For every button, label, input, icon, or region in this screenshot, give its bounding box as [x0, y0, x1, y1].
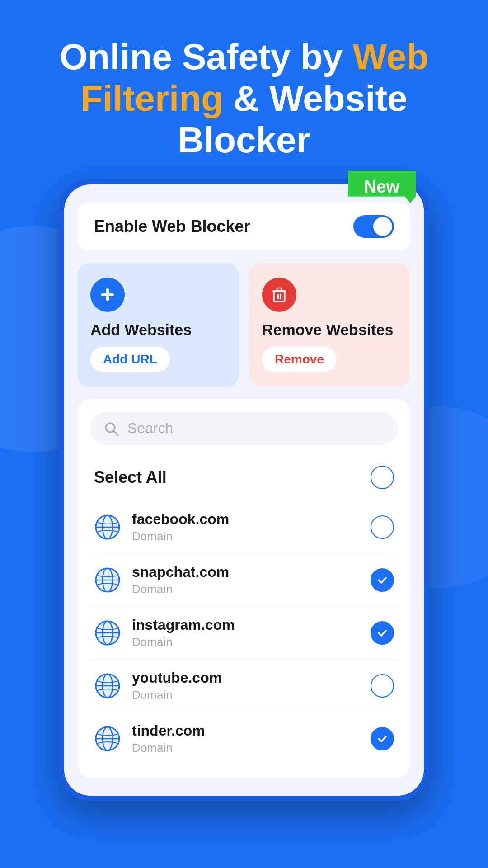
website-info-4: tinder.com Domain	[132, 722, 371, 755]
header-highlight-web: Web	[353, 37, 428, 77]
svg-rect-2	[274, 292, 285, 302]
select-all-label: Select All	[94, 468, 167, 487]
header-website: & Website	[233, 78, 407, 118]
svg-rect-6	[280, 294, 281, 299]
select-all-row[interactable]: Select All	[90, 458, 398, 497]
plus-icon	[99, 286, 117, 304]
website-name-3: youtube.com	[132, 670, 371, 686]
svg-rect-1	[101, 293, 114, 296]
website-name-4: tinder.com	[132, 722, 371, 739]
website-info-0: facebook.com Domain	[132, 511, 371, 543]
enable-web-blocker-label: Enable Web Blocker	[94, 217, 250, 236]
website-checkbox-0[interactable]	[371, 515, 394, 539]
website-item[interactable]: youtube.com Domain	[90, 660, 398, 712]
globe-icon	[94, 725, 121, 752]
enable-web-blocker-row: Enable Web Blocker	[78, 203, 410, 250]
add-websites-title: Add Websites	[90, 321, 226, 339]
website-name-2: instagram.com	[132, 617, 371, 633]
website-item[interactable]: tinder.com Domain	[90, 712, 398, 765]
search-icon-wrap	[103, 420, 119, 437]
website-item[interactable]: snapchat.com Domain	[90, 554, 398, 607]
phone-screen: Enable Web Blocker Add Websites Add URL	[64, 184, 424, 796]
website-list: facebook.com Domain snapchat.com Domain	[90, 501, 398, 765]
website-name-0: facebook.com	[132, 511, 371, 528]
main-content-area: Search Select All facebook.com Domain	[78, 399, 410, 778]
website-item[interactable]: instagram.com Domain	[90, 607, 398, 660]
website-info-1: snapchat.com Domain	[132, 564, 371, 596]
add-url-button[interactable]: Add URL	[90, 347, 170, 372]
phone-frame: New Enable Web Blocker Add Websites Add …	[59, 179, 429, 801]
remove-websites-card: Remove Websites Remove	[249, 263, 410, 387]
website-checkbox-1[interactable]	[371, 568, 394, 592]
globe-icon	[94, 672, 121, 699]
add-icon-circle	[90, 278, 125, 312]
remove-websites-title: Remove Websites	[262, 321, 398, 339]
add-websites-card: Add Websites Add URL	[78, 263, 239, 387]
website-type-4: Domain	[132, 741, 371, 755]
website-checkbox-2[interactable]	[371, 621, 394, 645]
website-type-1: Domain	[132, 582, 371, 596]
website-checkbox-4[interactable]	[371, 727, 394, 750]
website-info-3: youtube.com Domain	[132, 670, 371, 702]
svg-line-8	[114, 431, 118, 435]
globe-icon	[94, 619, 121, 646]
website-type-2: Domain	[132, 635, 371, 649]
search-bar[interactable]: Search	[90, 412, 398, 445]
header-section: Online Safety by Web Filtering & Website…	[0, 0, 488, 179]
trash-icon	[270, 286, 288, 304]
remove-button[interactable]: Remove	[262, 347, 337, 372]
search-placeholder-text: Search	[127, 420, 173, 437]
header-highlight-filtering: Filtering	[80, 78, 223, 118]
svg-rect-5	[277, 294, 279, 299]
search-icon	[103, 420, 119, 437]
enable-toggle[interactable]	[353, 215, 394, 238]
svg-rect-4	[277, 288, 282, 291]
website-type-3: Domain	[132, 688, 371, 702]
select-all-checkbox[interactable]	[371, 466, 394, 489]
website-checkbox-3[interactable]	[371, 674, 394, 698]
website-name-1: snapchat.com	[132, 564, 371, 580]
remove-icon-circle	[262, 278, 296, 312]
website-type-0: Domain	[132, 529, 371, 543]
website-item[interactable]: facebook.com Domain	[90, 501, 398, 554]
website-info-2: instagram.com Domain	[132, 617, 371, 649]
header-line1: Online Safety by	[60, 37, 343, 77]
action-cards-row: Add Websites Add URL Remove Websites Rem…	[78, 263, 410, 387]
globe-icon	[94, 514, 121, 541]
header-blocker: Blocker	[178, 120, 310, 160]
globe-icon	[94, 566, 121, 594]
